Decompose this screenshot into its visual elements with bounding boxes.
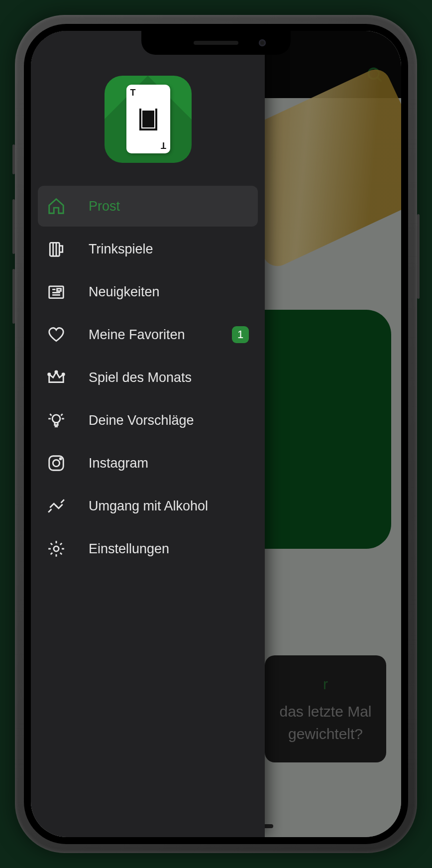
nav-label: Spiel des Monats — [89, 370, 249, 385]
gear-icon — [47, 539, 66, 558]
phone-notch — [141, 31, 291, 55]
svg-rect-2 — [50, 243, 59, 256]
lightbulb-icon — [47, 411, 66, 430]
mug-icon — [47, 240, 66, 258]
svg-rect-9 — [57, 289, 61, 291]
nav-item-favoriten[interactable]: Meine Favoriten 1 — [38, 314, 258, 355]
phone-speaker — [194, 41, 238, 45]
nav-item-spiel-des-monats[interactable]: Spiel des Monats — [38, 357, 258, 398]
svg-point-20 — [53, 460, 59, 466]
favorites-badge: 1 — [232, 326, 249, 343]
nav-label: Einstellungen — [89, 541, 249, 557]
nav-item-vorschlaege[interactable]: Deine Vorschläge — [38, 400, 258, 441]
nav-item-alkohol[interactable]: Umgang mit Alkohol — [38, 486, 258, 526]
screen: r das letzte Mal gewichtelt? T T — [31, 31, 401, 837]
app-logo-container: T T — [31, 76, 265, 163]
phone-camera — [259, 39, 266, 46]
svg-point-21 — [60, 458, 61, 460]
nav-label: Instagram — [89, 456, 249, 471]
home-icon — [47, 197, 66, 216]
crown-icon — [47, 368, 66, 387]
phone-side-button — [12, 199, 15, 254]
instagram-icon — [47, 454, 66, 473]
phone-side-button — [12, 144, 15, 174]
nav-item-prost[interactable]: Prost — [38, 186, 258, 227]
phone-side-button — [417, 214, 420, 299]
drawer-nav: Prost Trinkspiele Neuigkeiten — [31, 183, 265, 574]
logo-card: T T — [126, 85, 170, 153]
navigation-drawer: T T Prost — [31, 31, 265, 837]
nav-item-neuigkeiten[interactable]: Neuigkeiten — [38, 271, 258, 312]
app-logo: T T — [105, 76, 192, 163]
nav-label: Deine Vorschläge — [89, 413, 249, 428]
nav-label: Trinkspiele — [89, 242, 249, 257]
hands-icon — [47, 496, 66, 515]
nav-label: Prost — [89, 199, 249, 214]
phone-side-button — [12, 269, 15, 324]
svg-point-22 — [54, 546, 59, 551]
phone-frame: r das letzte Mal gewichtelt? T T — [15, 15, 417, 853]
nav-label: Neuigkeiten — [89, 284, 249, 300]
phone-bezel: r das letzte Mal gewichtelt? T T — [24, 24, 408, 844]
nav-item-trinkspiele[interactable]: Trinkspiele — [38, 229, 258, 269]
nav-item-einstellungen[interactable]: Einstellungen — [38, 528, 258, 569]
nav-label: Meine Favoriten — [89, 327, 209, 343]
nav-item-instagram[interactable]: Instagram — [38, 443, 258, 484]
news-icon — [47, 282, 66, 301]
svg-point-13 — [52, 415, 60, 423]
heart-icon — [47, 325, 66, 344]
nav-label: Umgang mit Alkohol — [89, 498, 249, 514]
svg-line-17 — [50, 414, 51, 415]
svg-line-18 — [61, 414, 63, 415]
